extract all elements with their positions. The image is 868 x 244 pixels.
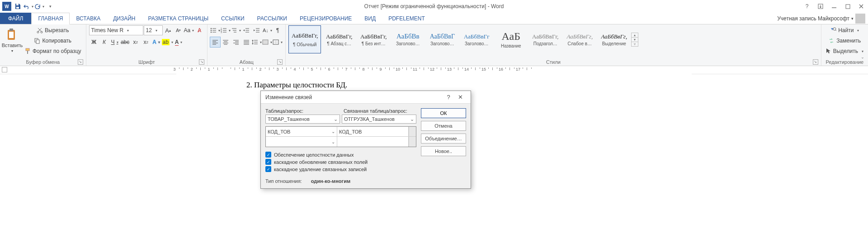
style-item[interactable]: АаБбВвЗаголово… <box>392 25 424 53</box>
select-button[interactable]: Выделить <box>824 46 865 56</box>
word-app-icon[interactable]: W <box>2 1 12 11</box>
paste-button[interactable]: Вставить ▾ <box>3 25 22 55</box>
ribbon-tabs: ФАЙЛ ГЛАВНАЯ ВСТАВКА ДИЗАЙН РАЗМЕТКА СТР… <box>0 13 868 24</box>
style-item[interactable]: АаБбВвГг,Выделение <box>598 25 630 53</box>
multilevel-list-icon[interactable] <box>231 25 241 35</box>
grid-left-field[interactable]: КОД_ТОВ <box>266 127 337 136</box>
find-button[interactable]: Найти <box>824 25 865 35</box>
cut-button[interactable]: Вырезать <box>23 25 83 35</box>
svg-rect-1 <box>16 7 19 9</box>
superscript-icon[interactable]: x2 <box>141 37 151 47</box>
avatar-icon[interactable] <box>855 14 865 24</box>
font-size-combo[interactable]: 12 <box>144 25 163 35</box>
join-button[interactable]: Объединение… <box>421 134 466 144</box>
shrink-font-icon[interactable]: A▾ <box>174 25 184 35</box>
label-related-table: Связанная таблица/запрос: <box>344 108 416 114</box>
paragraph-dialog-launcher[interactable]: ↘ <box>277 59 283 65</box>
bullets-icon[interactable] <box>210 25 220 35</box>
tab-mailings[interactable]: РАССЫЛКИ <box>251 13 293 24</box>
cancel-button[interactable]: Отмена <box>421 121 466 131</box>
style-item[interactable]: АаБНазвание <box>495 25 527 53</box>
ruler[interactable]: 3211234567891011121314151617 <box>0 66 868 74</box>
help-icon[interactable]: ? <box>800 1 814 11</box>
tab-design[interactable]: ДИЗАЙН <box>107 13 142 24</box>
format-painter-button[interactable]: Формат по образцу <box>23 46 83 56</box>
qat-customize-icon[interactable]: ▾ <box>45 1 55 11</box>
close-icon[interactable] <box>854 1 868 11</box>
fields-grid[interactable]: КОД_ТОВ КОД_ТОВ <box>265 126 416 147</box>
clear-formatting-icon[interactable]: A̷ <box>194 25 204 35</box>
bold-button[interactable]: Ж <box>89 37 99 47</box>
tab-selector-icon[interactable] <box>2 67 7 72</box>
tab-view[interactable]: ВИД <box>358 13 382 24</box>
account-area[interactable]: Учетная запись Майкрософт ▾ <box>777 13 868 24</box>
style-item[interactable]: АаБбВвГгЗаголово… <box>460 25 493 53</box>
svg-point-13 <box>211 28 212 29</box>
tab-file[interactable]: ФАЙЛ <box>0 13 31 24</box>
font-name-combo[interactable]: Times New R <box>89 25 143 35</box>
related-table-combo[interactable]: ОТГРУЗКА_Ташкенов <box>342 115 416 124</box>
shading-icon[interactable] <box>262 37 272 47</box>
new-button[interactable]: Новое.. <box>421 146 466 156</box>
font-color-icon[interactable]: A <box>174 37 184 47</box>
style-item[interactable]: АаБбВвГг,¶ Абзац с… <box>323 25 355 53</box>
numbering-icon[interactable]: 123 <box>221 25 231 35</box>
decrease-indent-icon[interactable] <box>241 25 251 35</box>
copy-button[interactable]: Копировать <box>23 36 83 46</box>
line-spacing-icon[interactable] <box>252 37 262 47</box>
tab-insert[interactable]: ВСТАВКА <box>70 13 107 24</box>
justify-icon[interactable] <box>241 37 251 47</box>
check-cascade-delete[interactable]: ✓каскадное удаление связанных записей <box>265 166 416 172</box>
undo-icon[interactable] <box>24 1 33 11</box>
subscript-icon[interactable]: x2 <box>131 37 141 47</box>
dialog-help-icon[interactable]: ? <box>443 94 454 100</box>
borders-icon[interactable] <box>273 37 283 47</box>
increase-indent-icon[interactable] <box>252 25 262 35</box>
clipboard-dialog-launcher[interactable]: ↘ <box>78 59 83 65</box>
tab-pdfelement[interactable]: PDFelement <box>382 13 431 24</box>
tab-home[interactable]: ГЛАВНАЯ <box>31 13 70 24</box>
tab-review[interactable]: РЕЦЕНЗИРОВАНИЕ <box>293 13 358 24</box>
tab-layout[interactable]: РАЗМЕТКА СТРАНИЦЫ <box>142 13 215 24</box>
ribbon-display-icon[interactable] <box>814 1 827 11</box>
check-integrity[interactable]: ✓Обеспечение целостности данных <box>265 152 416 158</box>
table-combo[interactable]: ТОВАР_Ташкенов <box>265 115 340 124</box>
group-label-font: Шрифт↘ <box>89 58 205 66</box>
change-case-icon[interactable]: Aa <box>184 25 194 35</box>
grow-font-icon[interactable]: A▴ <box>163 25 173 35</box>
align-center-icon[interactable] <box>221 37 231 47</box>
ok-button[interactable]: ОК <box>421 108 466 118</box>
italic-button[interactable]: К <box>99 37 109 47</box>
style-item[interactable]: АаБбВвГг,Слабое в… <box>563 25 596 53</box>
styles-dialog-launcher[interactable]: ↘ <box>813 59 818 65</box>
styles-gallery-nav[interactable]: ▴▾▿ <box>631 33 638 47</box>
svg-point-15 <box>211 32 212 33</box>
grid-scrollbar[interactable] <box>409 127 416 136</box>
group-label-paragraph: Абзац↘ <box>210 58 283 66</box>
maximize-icon[interactable] <box>841 1 854 11</box>
replace-button[interactable]: Заменить <box>824 36 865 46</box>
group-styles: АаБбВвГг,¶ ОбычныйАаБбВвГг,¶ Абзац с…АаБ… <box>286 24 821 66</box>
align-right-icon[interactable] <box>231 37 241 47</box>
save-icon[interactable] <box>13 1 23 11</box>
highlight-icon[interactable]: ab <box>162 37 173 47</box>
tab-references[interactable]: ССЫЛКИ <box>215 13 250 24</box>
align-left-icon[interactable] <box>210 37 220 47</box>
text-effects-icon[interactable]: A <box>151 37 161 47</box>
style-item[interactable]: АаБбВвГЗаголово… <box>426 25 458 53</box>
minimize-icon[interactable] <box>827 1 841 11</box>
check-cascade-update[interactable]: ✓каскадное обновление связанных полей <box>265 159 416 165</box>
style-item[interactable]: АаБбВвГг,Подзагол… <box>529 25 561 53</box>
collapse-ribbon-icon[interactable]: ˇ <box>859 57 866 64</box>
style-item[interactable]: АаБбВвГг,¶ Обычный <box>288 25 321 53</box>
style-item[interactable]: АаБбВвГг,¶ Без инт… <box>357 25 390 53</box>
dialog-close-icon[interactable]: ✕ <box>454 94 466 100</box>
redo-icon[interactable] <box>34 1 44 11</box>
grid-right-field[interactable]: КОД_ТОВ <box>337 127 409 136</box>
font-dialog-launcher[interactable]: ↘ <box>199 59 204 65</box>
underline-button[interactable]: Ч <box>110 37 120 47</box>
show-marks-icon[interactable]: ¶ <box>273 25 283 35</box>
strikethrough-icon[interactable]: abc <box>120 37 130 47</box>
edit-relationships-dialog: Изменение связей ? ✕ Таблица/запрос: Свя… <box>260 91 471 189</box>
sort-icon[interactable]: A↓ <box>262 25 272 35</box>
